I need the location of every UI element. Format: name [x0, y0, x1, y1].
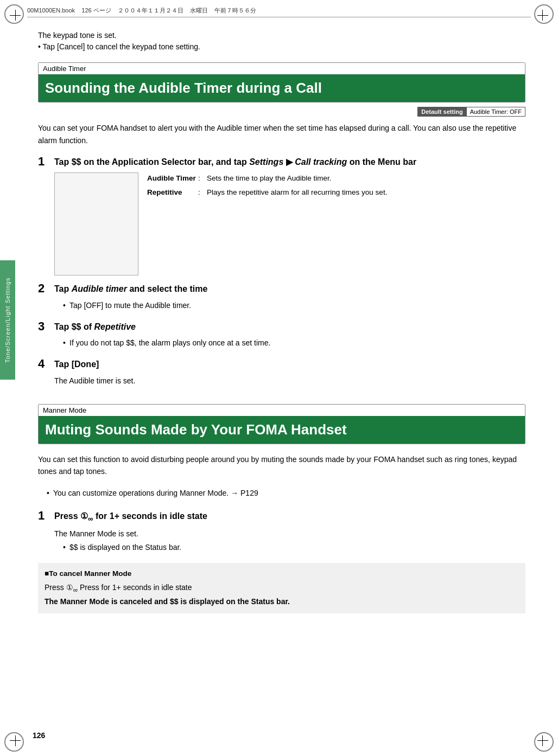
manner-mode-section-header: Manner Mode Muting Sounds Made by Your F… [38, 404, 525, 444]
default-setting-badge: Detault setting Audible Timer: OFF [417, 107, 525, 117]
cancel-manner-line1: Press ①∞ Press for 1+ seconds in idle st… [45, 581, 519, 595]
step-2-bullet: Tap [OFF] to mute the Audible timer. [63, 300, 525, 311]
section-title-bar-manner: Muting Sounds Made by Your FOMA Handset [39, 416, 525, 444]
repetitive-desc-row: Repetitive : Plays the repetitive alarm … [147, 187, 525, 198]
section-label-manner: Manner Mode [39, 405, 525, 416]
cancel-press-label: Press ①∞ [45, 583, 78, 592]
crosshair-bl [10, 735, 21, 746]
manner-step-1-content: Press ①∞ for 1+ seconds in idle state Th… [54, 510, 525, 556]
step-number-2: 2 [38, 281, 54, 296]
crosshair-br [537, 735, 548, 746]
step-2: 2 Tap Audible timer and select the time … [38, 283, 525, 313]
manner-step-1: 1 Press ①∞ for 1+ seconds in idle state … [38, 510, 525, 556]
manner-mode-title: Muting Sounds Made by Your FOMA Handset [45, 421, 518, 438]
intro-paragraph: The keypad tone is set. • Tap [Cancel] t… [38, 30, 525, 53]
manner-step-1-note: The Manner Mode is set. [54, 528, 525, 540]
repetitive-colon: : [198, 187, 205, 198]
section-label-audible: Audible Timer [39, 63, 525, 74]
audible-timer-section-header: Audible Timer Sounding the Audible Timer… [38, 62, 525, 102]
manner-mode-description: You can set this function to avoid distu… [38, 453, 525, 478]
audible-timer-term: Audible Timer [147, 172, 196, 184]
repetitive-term: Repetitive [147, 187, 196, 198]
page-header: 00M1000EN.book 126 ページ ２００４年１１月２４日 水曜日 午… [27, 7, 531, 17]
header-file-info: 00M1000EN.book 126 ページ ２００４年１１月２４日 水曜日 午… [27, 7, 256, 15]
step-1-body: Audible Timer : Sets the time to play th… [54, 172, 525, 276]
default-setting-row: Detault setting Audible Timer: OFF [38, 107, 525, 117]
step-number-1: 1 [38, 155, 54, 169]
manner-mode-bullet-1: You can customize operations during Mann… [47, 488, 525, 499]
audible-timer-title: Sounding the Audible Timer during a Call [45, 80, 518, 97]
step-4-note: The Audible timer is set. [54, 375, 525, 387]
step-1-descriptions: Audible Timer : Sets the time to play th… [147, 172, 525, 276]
phone-image-placeholder [54, 172, 138, 276]
cancel-manner-line2: The Manner Mode is canceled and $$ is di… [45, 595, 519, 608]
manner-step-number-1: 1 [38, 509, 54, 523]
step-4-content: Tap [Done] The Audible timer is set. [54, 358, 525, 388]
badge-value: Audible Timer: OFF [466, 107, 525, 116]
audible-timer-colon: : [198, 172, 205, 184]
audible-timer-description: You can set your FOMA handset to alert y… [38, 122, 525, 146]
cancel-manner-title: ■To cancel Manner Mode [45, 567, 519, 580]
manner-step-1-title: Press ①∞ for 1+ seconds in idle state [54, 510, 525, 524]
badge-label: Detault setting [418, 107, 466, 116]
repetitive-def: Plays the repetitive alarm for all recur… [207, 187, 525, 198]
step-4: 4 Tap [Done] The Audible timer is set. [38, 358, 525, 388]
step-3-title: Tap $$ of Repetitive [54, 321, 525, 333]
step-2-title: Tap Audible timer and select the time [54, 283, 525, 295]
section-title-bar-audible: Sounding the Audible Timer during a Call [39, 74, 525, 102]
manner-mode-section: Manner Mode Muting Sounds Made by Your F… [38, 404, 525, 613]
main-content: The keypad tone is set. • Tap [Cancel] t… [38, 30, 525, 613]
step-4-title: Tap [Done] [54, 358, 525, 370]
step-number-3: 3 [38, 319, 54, 334]
audible-timer-def: Sets the time to play the Audible timer. [207, 172, 525, 184]
step-3-content: Tap $$ of Repetitive If you do not tap $… [54, 321, 525, 351]
audible-timer-desc-row: Audible Timer : Sets the time to play th… [147, 172, 525, 184]
step-1-content: Tap $$ on the Application Selector bar, … [54, 156, 525, 276]
page-number: 126 [33, 731, 45, 740]
crosshair-tl [10, 10, 21, 21]
step-3: 3 Tap $$ of Repetitive If you do not tap… [38, 321, 525, 351]
manner-step-1-bullet: $$ is displayed on the Status bar. [63, 542, 525, 553]
step-number-4: 4 [38, 357, 54, 371]
step-2-content: Tap Audible timer and select the time Ta… [54, 283, 525, 313]
cancel-manner-box: ■To cancel Manner Mode Press ①∞ Press fo… [38, 563, 525, 613]
side-tab: Tone/Screen/Light Settings [0, 260, 15, 380]
step-1-title: Tap $$ on the Application Selector bar, … [54, 156, 525, 168]
step-3-bullet: If you do not tap $$, the alarm plays on… [63, 337, 525, 349]
step-1: 1 Tap $$ on the Application Selector bar… [38, 156, 525, 276]
crosshair-tr [537, 10, 548, 21]
